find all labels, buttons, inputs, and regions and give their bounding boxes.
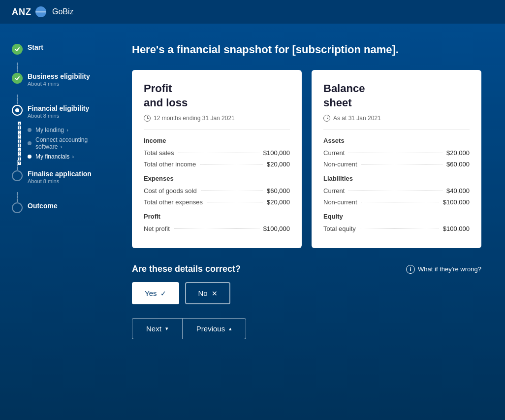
substep-my-financials[interactable]: My financials ›	[28, 153, 96, 160]
step-title-financial-eligibility: Financial eligibility	[28, 104, 89, 112]
bs-divider-1	[323, 129, 470, 130]
substep-label-financials[interactable]: My financials ›	[35, 153, 74, 160]
profit-loss-card: Profit and loss 12 months ending 31 Jan …	[132, 70, 302, 248]
chevron-down-icon: ▾	[165, 325, 168, 332]
step-icon-outcome	[12, 202, 23, 213]
substep-dot-accounting	[28, 141, 32, 145]
main-layout: Start Business eligibility About 4 mins …	[0, 24, 505, 420]
logo: ANZ	[12, 6, 46, 17]
pl-expenses-label: Expenses	[144, 175, 290, 182]
sidebar: Start Business eligibility About 4 mins …	[0, 24, 108, 420]
substeps-financial: My lending › Connect accounting software…	[28, 127, 96, 160]
step-connector-4	[17, 192, 18, 202]
next-button[interactable]: Next ▾	[132, 318, 182, 339]
step-title-finalise: Finalise application	[28, 170, 92, 178]
step-connector-1	[17, 63, 18, 72]
step-subtitle-business-eligibility: About 4 mins	[28, 81, 90, 87]
balance-sheet-title: Balance sheet	[323, 82, 470, 110]
pl-total-sales: Total sales $100,000	[144, 149, 290, 157]
cross-icon: ✕	[212, 290, 218, 297]
previous-button[interactable]: Previous ▴	[182, 318, 246, 339]
step-title-outcome: Outcome	[28, 202, 58, 210]
clock-icon-bs	[323, 115, 330, 122]
wrong-link-label[interactable]: What if they're wrong?	[418, 265, 481, 273]
sidebar-item-business-eligibility: Business eligibility About 4 mins	[12, 72, 96, 87]
profit-loss-date: 12 months ending 31 Jan 2021	[144, 115, 290, 122]
step-subtitle-financial-eligibility: About 8 mins	[28, 113, 89, 119]
sidebar-item-finalise: Finalise application About 8 mins	[12, 170, 96, 184]
info-icon: i	[406, 265, 415, 274]
step-icon-finalise	[12, 170, 23, 181]
pl-net-profit: Net profit $100,000	[144, 225, 290, 232]
content-area: Here's a financial snapshot for [subscri…	[108, 24, 505, 420]
bs-noncurrent-liabilities: Non-current $100,000	[323, 198, 470, 206]
substep-label-accounting[interactable]: Connect accounting software ›	[35, 136, 96, 150]
chevron-up-icon: ▴	[229, 325, 232, 332]
sidebar-item-start: Start	[12, 43, 96, 55]
pl-income-label: Income	[144, 137, 290, 144]
confirm-question-row: Are these details correct? i What if the…	[132, 264, 481, 274]
checkmark-icon: ✓	[160, 290, 166, 297]
pl-other-expenses: Total other expenses $20,000	[144, 198, 290, 206]
no-button[interactable]: No ✕	[185, 282, 230, 304]
wrong-link[interactable]: i What if they're wrong?	[406, 265, 481, 274]
globe-icon	[35, 6, 46, 17]
no-label: No	[198, 289, 207, 297]
balance-sheet-card: Balance sheet As at 31 Jan 2021 Assets C…	[312, 70, 481, 248]
pl-divider-1	[144, 129, 290, 130]
confirm-buttons: Yes ✓ No ✕	[132, 282, 481, 304]
bs-assets-label: Assets	[323, 137, 470, 144]
substep-label-lending[interactable]: My lending ›	[35, 127, 68, 133]
substep-my-lending[interactable]: My lending ›	[28, 127, 96, 133]
pl-cogs: Cost of goods sold $60,000	[144, 187, 290, 194]
yes-button[interactable]: Yes ✓	[132, 282, 179, 304]
step-connector-2	[17, 95, 18, 104]
page-title: Here's a financial snapshot for [subscri…	[132, 43, 481, 56]
cards-row: Profit and loss 12 months ending 31 Jan …	[132, 70, 481, 248]
bs-current-assets: Current $20,000	[323, 149, 470, 157]
substep-dot-lending	[28, 128, 32, 132]
bs-liabilities-label: Liabilities	[323, 175, 470, 182]
pl-profit-label: Profit	[144, 213, 290, 220]
bs-current-liabilities: Current $40,000	[323, 187, 470, 194]
substep-dot-financials	[28, 155, 32, 159]
yes-label: Yes	[145, 289, 157, 297]
pl-other-income: Total other income $20,000	[144, 161, 290, 168]
clock-icon-pl	[144, 115, 151, 122]
bs-total-equity: Total equity $100,000	[323, 225, 470, 232]
step-subtitle-finalise: About 8 mins	[28, 178, 92, 184]
step-title-business-eligibility: Business eligibility	[28, 72, 90, 80]
sidebar-item-outcome: Outcome	[12, 202, 96, 213]
sidebar-item-financial-eligibility: Financial eligibility About 8 mins	[12, 104, 96, 119]
app-header: ANZ GoBiz	[0, 0, 505, 24]
substep-connect-accounting[interactable]: Connect accounting software ›	[28, 136, 96, 150]
nav-buttons: Next ▾ Previous ▴	[132, 318, 481, 339]
step-title-start: Start	[28, 43, 43, 51]
previous-label: Previous	[196, 324, 225, 333]
bs-noncurrent-assets: Non-current $60,000	[323, 161, 470, 168]
step-icon-start	[12, 44, 23, 55]
app-name: GoBiz	[52, 7, 74, 16]
step-icon-business-eligibility	[12, 73, 23, 84]
bs-equity-label: Equity	[323, 213, 470, 220]
step-icon-financial-eligibility	[12, 105, 23, 116]
anz-logo-text: ANZ	[12, 7, 32, 17]
confirm-section: Are these details correct? i What if the…	[132, 264, 481, 304]
balance-sheet-date: As at 31 Jan 2021	[323, 115, 470, 122]
profit-loss-title: Profit and loss	[144, 82, 290, 110]
confirm-question-text: Are these details correct?	[132, 264, 241, 274]
next-label: Next	[146, 324, 161, 333]
